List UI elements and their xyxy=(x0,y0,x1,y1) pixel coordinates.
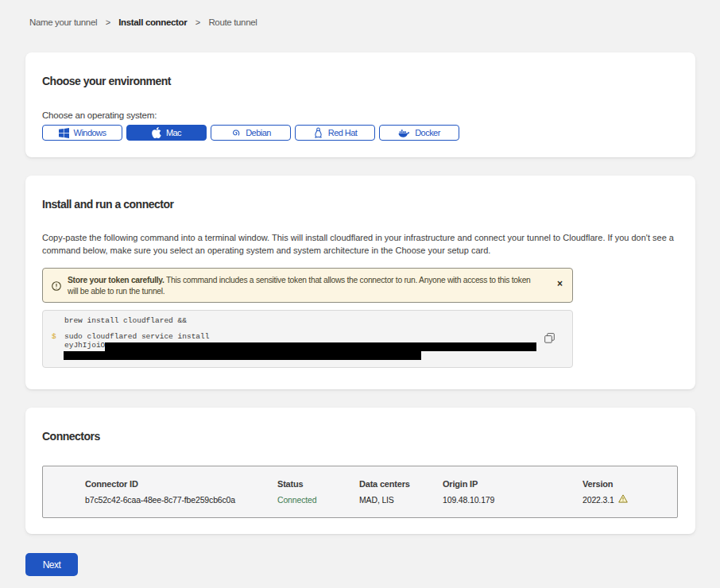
os-button-windows[interactable]: Windows xyxy=(42,125,122,141)
breadcrumb-separator: > xyxy=(195,16,200,29)
code-line-brew: brew install cloudflared && xyxy=(64,316,187,325)
docker-whale-icon xyxy=(398,128,410,138)
debian-swirl-icon xyxy=(230,128,241,138)
environment-card-title: Choose your environment xyxy=(42,52,679,89)
os-button-mac[interactable]: Mac xyxy=(126,125,207,141)
connector-status-cell: Connected xyxy=(277,494,359,505)
os-button-debian[interactable]: Debian xyxy=(211,125,291,141)
connector-table-row: b7c52c42-6caa-48ee-8c77-fbe259cb6c0a Con… xyxy=(43,489,677,505)
redacted-token-bar xyxy=(64,351,421,361)
connector-id-cell: b7c52c42-6caa-48ee-8c77-fbe259cb6c0a xyxy=(85,494,277,505)
token-warning-alert: Store your token carefully. This command… xyxy=(42,268,573,303)
connector-description: Copy-paste the following command into a … xyxy=(42,231,678,257)
column-header-version: Version xyxy=(583,478,677,489)
connectors-table-header: Connector ID Status Data centers Origin … xyxy=(43,466,677,489)
os-button-redhat[interactable]: Red Hat xyxy=(295,125,375,141)
windows-icon xyxy=(59,128,69,138)
connector-card-title: Install and run a connector xyxy=(42,176,679,212)
install-command-code-block: brew install cloudflared && $ sudo cloud… xyxy=(42,310,573,368)
install-connector-card: Install and run a connector Copy-paste t… xyxy=(25,176,695,389)
os-button-docker[interactable]: Docker xyxy=(379,125,459,141)
breadcrumb-route-tunnel[interactable]: Route tunnel xyxy=(208,16,257,29)
breadcrumb-install-connector[interactable]: Install connector xyxy=(118,16,187,29)
column-header-connector-id: Connector ID xyxy=(85,478,277,489)
choose-environment-card: Choose your environment Choose an operat… xyxy=(25,52,695,157)
version-warning-icon xyxy=(618,494,628,505)
os-picker-label: Choose an operating system: xyxy=(42,110,679,121)
os-button-label: Debian xyxy=(246,128,271,137)
copy-command-button[interactable] xyxy=(544,333,555,343)
code-line-command: sudo cloudflared service install xyxy=(64,332,209,341)
os-button-label: Docker xyxy=(415,128,440,137)
warning-bold-text: Store your token carefully. xyxy=(68,276,165,284)
warning-text: Store your token carefully. This command… xyxy=(68,275,536,302)
connector-origin-ip-cell: 109.48.10.179 xyxy=(443,494,583,505)
os-button-label: Mac xyxy=(166,128,181,137)
linux-tux-icon xyxy=(313,127,323,138)
os-button-label: Windows xyxy=(74,128,106,137)
connector-version-cell: 2022.3.1 xyxy=(583,494,677,505)
os-button-label: Red Hat xyxy=(328,128,358,137)
next-button[interactable]: Next xyxy=(25,553,78,576)
column-header-status: Status xyxy=(277,478,359,489)
column-header-data-centers: Data centers xyxy=(359,478,443,489)
column-header-origin-ip: Origin IP xyxy=(443,478,583,489)
close-warning-button[interactable]: × xyxy=(557,279,563,288)
breadcrumb: Name your tunnel > Install connector > R… xyxy=(0,0,720,29)
code-token-visible: eyJhIjoiO xyxy=(64,341,105,350)
apple-icon xyxy=(152,127,161,138)
connector-data-centers-cell: MAD, LIS xyxy=(359,494,443,505)
connectors-card-title: Connectors xyxy=(42,408,679,444)
shell-prompt: $ xyxy=(52,332,56,341)
connector-version-value: 2022.3.1 xyxy=(583,494,614,505)
breadcrumb-separator: > xyxy=(106,16,110,29)
breadcrumb-name-your-tunnel[interactable]: Name your tunnel xyxy=(29,16,97,29)
redacted-token-bar xyxy=(105,342,536,351)
alert-circle-icon xyxy=(52,280,61,302)
os-picker: Windows Mac Debian xyxy=(42,125,679,141)
connectors-card: Connectors Connector ID Status Data cent… xyxy=(25,408,695,534)
connectors-table: Connector ID Status Data centers Origin … xyxy=(42,466,678,518)
